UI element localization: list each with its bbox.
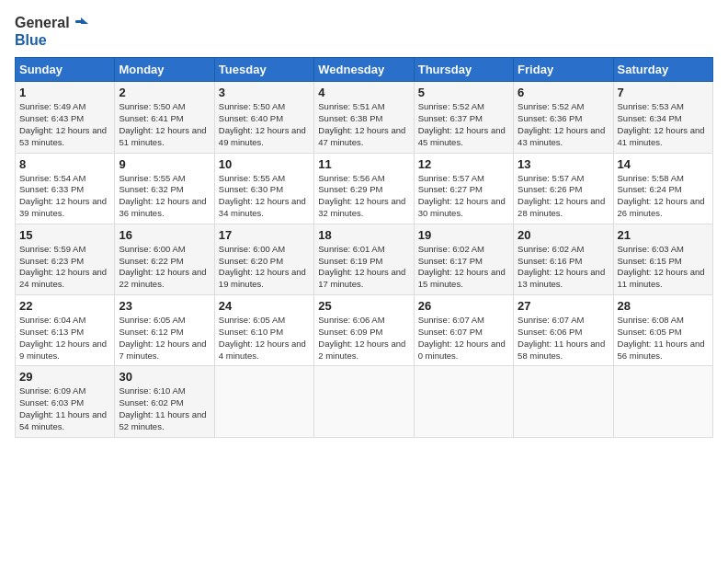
day-number: 7 bbox=[618, 86, 709, 99]
calendar-cell: 8 Sunrise: 5:54 AMSunset: 6:33 PMDayligh… bbox=[16, 153, 115, 224]
day-info: Sunrise: 5:55 AMSunset: 6:30 PMDaylight:… bbox=[219, 173, 310, 220]
day-number: 29 bbox=[19, 370, 110, 384]
day-number: 23 bbox=[119, 299, 210, 313]
day-number: 13 bbox=[518, 157, 609, 171]
calendar-cell: 1 Sunrise: 5:49 AMSunset: 6:43 PMDayligh… bbox=[16, 82, 115, 153]
day-number: 25 bbox=[318, 299, 409, 313]
day-number: 1 bbox=[19, 86, 110, 99]
calendar-table: SundayMondayTuesdayWednesdayThursdayFrid… bbox=[15, 57, 713, 437]
day-info: Sunrise: 5:58 AMSunset: 6:24 PMDaylight:… bbox=[618, 173, 709, 220]
day-number: 3 bbox=[219, 86, 310, 99]
calendar-cell bbox=[613, 366, 712, 437]
day-info: Sunrise: 6:07 AMSunset: 6:06 PMDaylight:… bbox=[518, 315, 609, 362]
day-info: Sunrise: 6:00 AMSunset: 6:22 PMDaylight:… bbox=[119, 244, 210, 291]
calendar-week-row: 29 Sunrise: 6:09 AMSunset: 6:03 PMDaylig… bbox=[16, 366, 713, 437]
logo-arrow-icon bbox=[74, 16, 90, 32]
calendar-cell: 19 Sunrise: 6:02 AMSunset: 6:17 PMDaylig… bbox=[414, 224, 513, 294]
day-number: 16 bbox=[119, 228, 210, 242]
calendar-cell bbox=[314, 366, 414, 437]
calendar-cell: 5 Sunrise: 5:52 AMSunset: 6:37 PMDayligh… bbox=[414, 82, 513, 153]
calendar-cell: 26 Sunrise: 6:07 AMSunset: 6:07 PMDaylig… bbox=[414, 295, 513, 366]
weekday-header-monday: Monday bbox=[115, 58, 214, 82]
weekday-header-friday: Friday bbox=[514, 58, 613, 82]
calendar-week-row: 8 Sunrise: 5:54 AMSunset: 6:33 PMDayligh… bbox=[16, 153, 713, 224]
day-number: 11 bbox=[318, 157, 409, 171]
header: General Blue bbox=[15, 15, 713, 48]
day-number: 10 bbox=[219, 157, 310, 171]
day-number: 26 bbox=[418, 299, 509, 313]
weekday-header-saturday: Saturday bbox=[613, 58, 712, 82]
calendar-cell bbox=[214, 366, 313, 437]
day-info: Sunrise: 6:02 AMSunset: 6:17 PMDaylight:… bbox=[418, 244, 509, 291]
calendar-cell: 4 Sunrise: 5:51 AMSunset: 6:38 PMDayligh… bbox=[314, 82, 414, 153]
day-number: 22 bbox=[19, 299, 110, 313]
calendar-cell: 11 Sunrise: 5:56 AMSunset: 6:29 PMDaylig… bbox=[314, 153, 414, 224]
weekday-header-sunday: Sunday bbox=[16, 58, 115, 82]
weekday-header-row: SundayMondayTuesdayWednesdayThursdayFrid… bbox=[16, 58, 713, 82]
calendar-cell: 15 Sunrise: 5:59 AMSunset: 6:23 PMDaylig… bbox=[16, 224, 115, 294]
calendar-cell: 30 Sunrise: 6:10 AMSunset: 6:02 PMDaylig… bbox=[115, 366, 214, 437]
day-info: Sunrise: 6:05 AMSunset: 6:12 PMDaylight:… bbox=[119, 315, 210, 362]
day-info: Sunrise: 5:49 AMSunset: 6:43 PMDaylight:… bbox=[19, 101, 110, 148]
day-info: Sunrise: 5:57 AMSunset: 6:26 PMDaylight:… bbox=[518, 173, 609, 220]
day-info: Sunrise: 6:06 AMSunset: 6:09 PMDaylight:… bbox=[318, 315, 409, 362]
calendar-cell: 12 Sunrise: 5:57 AMSunset: 6:27 PMDaylig… bbox=[414, 153, 513, 224]
day-number: 17 bbox=[219, 228, 310, 242]
calendar-cell bbox=[414, 366, 513, 437]
day-info: Sunrise: 5:55 AMSunset: 6:32 PMDaylight:… bbox=[119, 173, 210, 220]
day-info: Sunrise: 6:08 AMSunset: 6:05 PMDaylight:… bbox=[618, 315, 709, 362]
calendar-cell: 2 Sunrise: 5:50 AMSunset: 6:41 PMDayligh… bbox=[115, 82, 214, 153]
calendar-cell: 9 Sunrise: 5:55 AMSunset: 6:32 PMDayligh… bbox=[115, 153, 214, 224]
day-number: 9 bbox=[119, 157, 210, 171]
day-info: Sunrise: 5:57 AMSunset: 6:27 PMDaylight:… bbox=[418, 173, 509, 220]
calendar-cell: 3 Sunrise: 5:50 AMSunset: 6:40 PMDayligh… bbox=[214, 82, 313, 153]
logo-text: General Blue bbox=[15, 15, 90, 48]
day-info: Sunrise: 6:02 AMSunset: 6:16 PMDaylight:… bbox=[518, 244, 609, 291]
day-info: Sunrise: 5:51 AMSunset: 6:38 PMDaylight:… bbox=[318, 101, 409, 148]
calendar-week-row: 15 Sunrise: 5:59 AMSunset: 6:23 PMDaylig… bbox=[16, 224, 713, 294]
day-number: 30 bbox=[119, 370, 210, 384]
day-number: 19 bbox=[418, 228, 509, 242]
day-info: Sunrise: 5:52 AMSunset: 6:36 PMDaylight:… bbox=[518, 101, 609, 148]
day-number: 5 bbox=[418, 86, 509, 99]
calendar-cell: 29 Sunrise: 6:09 AMSunset: 6:03 PMDaylig… bbox=[16, 366, 115, 437]
calendar-week-row: 22 Sunrise: 6:04 AMSunset: 6:13 PMDaylig… bbox=[16, 295, 713, 366]
day-number: 8 bbox=[19, 157, 110, 171]
day-number: 4 bbox=[318, 86, 409, 99]
calendar-cell: 16 Sunrise: 6:00 AMSunset: 6:22 PMDaylig… bbox=[115, 224, 214, 294]
calendar-cell: 10 Sunrise: 5:55 AMSunset: 6:30 PMDaylig… bbox=[214, 153, 313, 224]
calendar-cell: 17 Sunrise: 6:00 AMSunset: 6:20 PMDaylig… bbox=[214, 224, 313, 294]
day-info: Sunrise: 5:50 AMSunset: 6:41 PMDaylight:… bbox=[119, 101, 210, 148]
day-number: 21 bbox=[618, 228, 709, 242]
calendar-cell: 22 Sunrise: 6:04 AMSunset: 6:13 PMDaylig… bbox=[16, 295, 115, 366]
logo: General Blue bbox=[15, 15, 90, 48]
weekday-header-tuesday: Tuesday bbox=[214, 58, 313, 82]
day-info: Sunrise: 6:10 AMSunset: 6:02 PMDaylight:… bbox=[119, 385, 210, 432]
day-number: 18 bbox=[318, 228, 409, 242]
calendar-cell: 24 Sunrise: 6:05 AMSunset: 6:10 PMDaylig… bbox=[214, 295, 313, 366]
day-number: 15 bbox=[19, 228, 110, 242]
day-info: Sunrise: 6:04 AMSunset: 6:13 PMDaylight:… bbox=[19, 315, 110, 362]
calendar-cell: 21 Sunrise: 6:03 AMSunset: 6:15 PMDaylig… bbox=[613, 224, 712, 294]
calendar-cell: 6 Sunrise: 5:52 AMSunset: 6:36 PMDayligh… bbox=[514, 82, 613, 153]
calendar-cell: 28 Sunrise: 6:08 AMSunset: 6:05 PMDaylig… bbox=[613, 295, 712, 366]
day-info: Sunrise: 6:01 AMSunset: 6:19 PMDaylight:… bbox=[318, 244, 409, 291]
calendar-cell: 14 Sunrise: 5:58 AMSunset: 6:24 PMDaylig… bbox=[613, 153, 712, 224]
day-info: Sunrise: 5:50 AMSunset: 6:40 PMDaylight:… bbox=[219, 101, 310, 148]
day-number: 28 bbox=[618, 299, 709, 313]
day-number: 27 bbox=[518, 299, 609, 313]
day-info: Sunrise: 6:00 AMSunset: 6:20 PMDaylight:… bbox=[219, 244, 310, 291]
day-info: Sunrise: 5:54 AMSunset: 6:33 PMDaylight:… bbox=[19, 173, 110, 220]
calendar-cell bbox=[514, 366, 613, 437]
weekday-header-wednesday: Wednesday bbox=[314, 58, 414, 82]
day-number: 20 bbox=[518, 228, 609, 242]
calendar-cell: 20 Sunrise: 6:02 AMSunset: 6:16 PMDaylig… bbox=[514, 224, 613, 294]
calendar-week-row: 1 Sunrise: 5:49 AMSunset: 6:43 PMDayligh… bbox=[16, 82, 713, 153]
day-number: 14 bbox=[618, 157, 709, 171]
day-number: 24 bbox=[219, 299, 310, 313]
day-info: Sunrise: 5:53 AMSunset: 6:34 PMDaylight:… bbox=[618, 101, 709, 148]
day-info: Sunrise: 5:56 AMSunset: 6:29 PMDaylight:… bbox=[318, 173, 409, 220]
page: General Blue SundayMondayTuesdayWednesda… bbox=[0, 0, 728, 563]
weekday-header-thursday: Thursday bbox=[414, 58, 513, 82]
calendar-cell: 18 Sunrise: 6:01 AMSunset: 6:19 PMDaylig… bbox=[314, 224, 414, 294]
